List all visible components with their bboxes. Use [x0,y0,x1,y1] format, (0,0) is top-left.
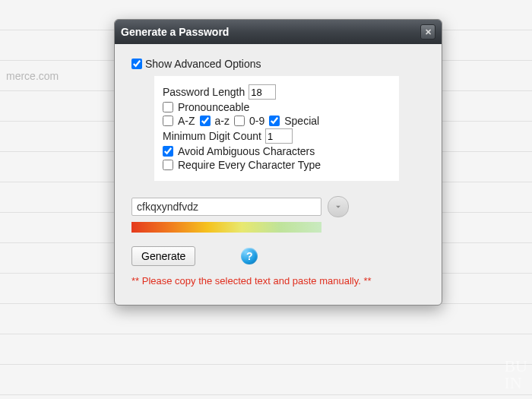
refresh-button[interactable] [328,196,349,217]
password-length-row: Password Length [163,84,391,100]
uppercase-label: A-Z [178,115,195,127]
require-every-checkbox[interactable] [163,160,173,170]
list-row [0,304,532,334]
dialog-title: Generate a Password [121,26,229,38]
password-length-label: Password Length [163,86,245,98]
charset-row: A-Z a-z 0-9 Special [163,115,391,127]
list-row [0,365,532,395]
help-button[interactable]: ? [241,248,258,264]
close-button[interactable]: ✕ [420,24,435,40]
strength-meter [131,222,321,233]
digits-label: 0-9 [249,115,264,127]
show-advanced-row[interactable]: Show Advanced Options [131,58,425,70]
avoid-ambiguous-row[interactable]: Avoid Ambiguous Characters [163,145,391,157]
generate-password-dialog: Generate a Password ✕ Show Advanced Opti… [114,19,442,306]
generate-row: Generate ? [131,246,425,266]
password-length-input[interactable] [249,84,276,100]
pronounceable-row[interactable]: Pronounceable [163,101,391,113]
dialog-titlebar: Generate a Password ✕ [115,20,442,44]
password-output-field[interactable] [131,198,321,216]
min-digit-row: Minimum Digit Count [163,128,391,144]
min-digit-input[interactable] [265,128,293,144]
special-checkbox[interactable] [269,116,280,126]
lowercase-checkbox[interactable] [200,116,211,126]
close-icon: ✕ [425,27,432,37]
generate-button[interactable]: Generate [131,246,195,266]
chevron-down-icon [333,201,344,212]
show-advanced-checkbox[interactable] [131,59,142,69]
show-advanced-label: Show Advanced Options [145,58,261,70]
advanced-options-panel: Password Length Pronounceable A-Z a-z 0-… [154,76,399,181]
help-icon: ? [246,250,253,262]
pronounceable-label: Pronounceable [178,101,249,113]
special-label: Special [284,115,319,127]
require-every-label: Require Every Character Type [178,159,321,171]
min-digit-label: Minimum Digit Count [163,130,261,142]
digits-checkbox[interactable] [234,116,245,126]
uppercase-checkbox[interactable] [163,116,173,126]
password-output-row [131,196,425,217]
warning-text: ** Please copy the selected text and pas… [131,275,425,287]
avoid-ambiguous-checkbox[interactable] [163,146,173,157]
avoid-ambiguous-label: Avoid Ambiguous Characters [178,145,315,157]
dialog-body: Show Advanced Options Password Length Pr… [115,44,442,305]
list-row [0,334,532,365]
require-every-row[interactable]: Require Every Character Type [163,159,391,171]
pronounceable-checkbox[interactable] [163,102,173,112]
lowercase-label: a-z [215,115,230,127]
domain-text: merce.com [6,70,59,82]
